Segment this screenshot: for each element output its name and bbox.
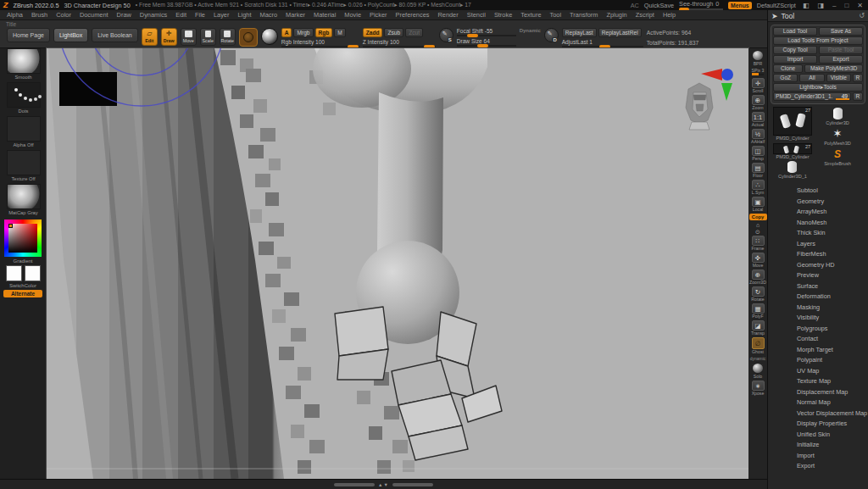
subpalette-item[interactable]: Preview xyxy=(797,270,868,281)
right-shelf-button[interactable]: ∴ L.Sym xyxy=(749,180,767,195)
menu-item[interactable]: Stroke xyxy=(494,11,512,19)
active-tool-slider-nub[interactable] xyxy=(836,98,849,100)
menu-item[interactable]: Alpha xyxy=(7,11,23,19)
subpalette-item[interactable]: Displacement Map xyxy=(797,387,868,398)
menu-item[interactable]: Color xyxy=(56,11,71,19)
menu-item[interactable]: Brush xyxy=(31,11,47,19)
subpalette-item[interactable]: FiberMesh xyxy=(797,249,868,260)
z-intensity-slider[interactable]: Z Intensity 100 xyxy=(363,39,436,47)
subpalette-item[interactable]: Contact xyxy=(797,334,868,345)
menu-item[interactable]: Draw xyxy=(117,11,131,19)
subpalette-item[interactable]: Normal Map xyxy=(797,397,868,408)
adjust-last-slider[interactable]: AdjustLast 1 xyxy=(562,39,643,47)
menu-item[interactable]: Movie xyxy=(344,11,361,19)
left-shelf-item[interactable]: Smooth xyxy=(0,48,47,82)
menu-item[interactable]: Zplugin xyxy=(606,11,626,19)
right-shelf-button[interactable]: ∷ Frame xyxy=(749,236,767,251)
draw-size-slider[interactable]: Draw Size 64 xyxy=(457,38,516,47)
left-shelf-item[interactable]: Texture Off xyxy=(0,150,47,184)
clone-button[interactable]: Clone xyxy=(773,64,803,73)
right-shelf-button[interactable]: ✛ Scroll xyxy=(749,78,767,93)
restore-button[interactable]: □ xyxy=(843,2,850,9)
right-shelf-button[interactable]: Solo xyxy=(749,363,767,379)
subpalette-item[interactable]: Import xyxy=(797,451,868,462)
main-color-swatch[interactable] xyxy=(6,265,22,281)
right-shelf-button[interactable]: ⌂ xyxy=(749,222,767,229)
stroke-type-button[interactable]: ✎ S xyxy=(439,28,453,42)
subpalette-item[interactable]: NanoMesh xyxy=(797,218,868,229)
menus-button[interactable]: Menus xyxy=(728,2,752,9)
shelf-thumbnail[interactable] xyxy=(7,48,41,74)
subpalette-item[interactable]: Texture Map xyxy=(797,376,868,387)
right-shelf-button[interactable]: ⊙ xyxy=(749,229,767,236)
right-shelf-button[interactable]: ▤ Floor xyxy=(749,163,767,178)
right-shelf-button[interactable]: 1:1 Actual xyxy=(749,112,767,127)
right-shelf-button[interactable]: SPix 3 xyxy=(749,68,767,76)
subpalette-item[interactable]: Export xyxy=(797,461,868,472)
default-zscript-button[interactable]: DefaultZScript xyxy=(757,2,796,9)
cylinder3d-1-tool[interactable]: Cylinder3D_1 xyxy=(778,160,807,180)
spix-slider-track[interactable] xyxy=(752,74,764,75)
menu-item[interactable]: File xyxy=(195,11,205,19)
quicksave-button[interactable]: QuickSave xyxy=(644,2,674,9)
menu-item[interactable]: Layer xyxy=(214,11,230,19)
right-shelf-button[interactable]: ▦ PolyF xyxy=(749,303,767,319)
menu-item[interactable]: Macro xyxy=(259,11,277,19)
minimize-button[interactable]: – xyxy=(831,2,837,9)
scale-button[interactable]: S Scale xyxy=(200,28,216,46)
subpalette-item[interactable]: Layers xyxy=(797,239,868,250)
right-shelf-button[interactable]: ◪ Transp xyxy=(749,320,767,336)
color-picker-field[interactable] xyxy=(8,224,37,253)
paste-tool-button[interactable]: Paste Tool xyxy=(819,46,863,54)
menu-item[interactable]: Material xyxy=(314,11,336,19)
right-shelf-button[interactable]: ∅ Ghost xyxy=(749,337,767,354)
menu-item[interactable]: Dynamics xyxy=(140,11,167,19)
subpalette-item[interactable]: Subtool xyxy=(797,186,868,197)
menu-item[interactable]: Edit xyxy=(175,11,186,19)
hscroll-arrows-icon[interactable]: ▲▼ xyxy=(378,482,389,487)
right-shelf-button[interactable]: ◫ Persp xyxy=(749,146,767,161)
left-shelf-item[interactable]: Dots xyxy=(0,82,47,116)
draw-button[interactable]: ✛ Draw xyxy=(161,28,177,46)
gradient-label[interactable]: Gradient xyxy=(0,258,46,264)
shelf-thumbnail[interactable] xyxy=(7,82,41,108)
replay-last-button[interactable]: ReplayLast xyxy=(562,28,597,37)
subpalette-item[interactable]: Polygroups xyxy=(797,324,868,335)
right-shelf-button[interactable]: ∗ Xpose xyxy=(749,381,767,396)
hscroll-left-bar[interactable] xyxy=(334,483,375,486)
right-shelf-button[interactable]: ½ AAHalf xyxy=(749,129,767,144)
make-polymesh3d-button[interactable]: Make PolyMesh3D xyxy=(804,64,863,73)
subpalette-item[interactable]: Thick Skin xyxy=(797,228,868,239)
menu-item[interactable]: Tool xyxy=(550,11,562,19)
subpalette-item[interactable]: Polypaint xyxy=(797,355,868,366)
left-shelf-item[interactable]: Alpha Off xyxy=(0,116,47,150)
shelf-thumbnail[interactable] xyxy=(7,184,41,209)
subpalette-item[interactable]: Deformation xyxy=(797,292,868,303)
zadd-button[interactable]: Zadd xyxy=(363,28,383,37)
right-shelf-button[interactable]: dynamic xyxy=(749,356,767,361)
dock-left-icon[interactable]: ◧ xyxy=(801,2,811,9)
goz-all-button[interactable]: All xyxy=(799,74,824,82)
mrgb-button[interactable]: Mrgb xyxy=(293,28,313,37)
zcut-button[interactable]: Zcut xyxy=(405,28,423,37)
right-shelf-button[interactable]: BPR xyxy=(749,50,767,66)
menu-item[interactable]: Stencil xyxy=(467,11,486,19)
save-as-button[interactable]: Save As xyxy=(819,27,863,36)
left-shelf-item[interactable]: MatCap Gray xyxy=(0,184,47,218)
rgb-button[interactable]: Rgb xyxy=(315,28,333,37)
subpalette-item[interactable]: UV Map xyxy=(797,366,868,377)
subpalette-item[interactable]: Visibility xyxy=(797,313,868,324)
right-shelf-button[interactable]: ↻ Rotate xyxy=(749,286,767,302)
import-button[interactable]: Import xyxy=(773,55,817,64)
subpalette-item[interactable]: Initialize xyxy=(797,440,868,451)
active-tool-r-button[interactable]: R xyxy=(853,92,863,101)
right-shelf-button[interactable]: ⊕ Zoom3D xyxy=(749,270,767,285)
right-shelf-button[interactable]: Copy xyxy=(749,214,767,220)
copy-tool-button[interactable]: Copy Tool xyxy=(773,46,817,54)
subpalette-item[interactable]: Geometry HD xyxy=(797,260,868,271)
paint-a-button[interactable]: A xyxy=(281,28,292,37)
dynamic-mode-label[interactable]: Dynamic xyxy=(520,28,541,33)
replay-stroke-button[interactable]: ✎ D xyxy=(544,28,559,42)
hscroll-right-bar[interactable] xyxy=(392,483,433,486)
move-button[interactable]: M Move xyxy=(181,28,197,46)
